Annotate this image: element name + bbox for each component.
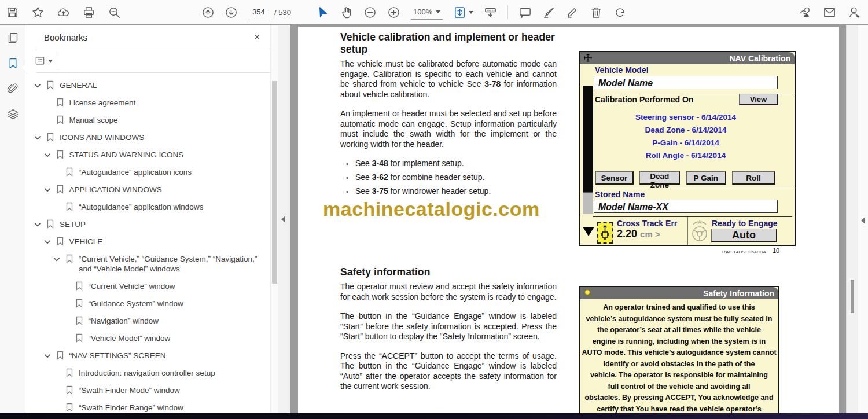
bottom-bar [0,413,868,419]
share-link-icon[interactable] [798,6,811,19]
bookmark-item[interactable]: APPLICATION WINDOWS [25,185,262,194]
bookmark-item[interactable]: GENERAL [25,80,262,90]
bookmark-icon [56,185,64,194]
bookmark-icon [56,150,64,159]
bookmark-item[interactable]: STATUS AND WARNING ICONS [25,150,262,160]
stored-name-field: Model Name-XX [594,200,778,213]
bookmark-item[interactable]: Introduction: navigation controller setu… [25,368,262,378]
calibration-button-sensor: Sensor [595,171,634,185]
comment-icon[interactable] [518,6,532,19]
document-scrollbar-thumb[interactable] [851,280,854,313]
bookmark-item-label: “Swath Finder Mode” window [79,385,180,395]
bookmark-item[interactable]: “Vehicle Model” window [25,333,262,343]
sidebar-scrollbar-thumb[interactable] [272,81,277,284]
safety-information-figure: Safety Information An operator trained a… [579,286,779,417]
page-total: / 530 [274,8,291,17]
chevron-down-icon[interactable] [53,255,61,263]
bookmark-item[interactable]: “Navigation” window [25,316,262,326]
bookmark-item[interactable]: License agreement [25,98,262,108]
panel-notch [22,64,26,72]
scroll-down-icon [583,227,594,236]
bookmarks-options-button[interactable] [35,54,59,68]
bookmark-item-label: “Navigation” window [89,316,159,326]
zoom-out-icon[interactable] [363,6,377,19]
figure-id: RAIL14DSP0648BA [722,249,766,255]
bookmark-item[interactable]: “Current Vehicle,” “Guidance System,” “N… [25,254,262,274]
sign-pen-icon[interactable] [566,6,579,19]
add-user-icon[interactable] [848,6,861,19]
bookmark-icon [65,202,73,211]
expand-right-panel-icon[interactable] [861,217,865,224]
bookmark-icon [46,133,54,142]
bookmark-icon [46,80,54,90]
calibration-button-dead-zone: Dead Zone [639,171,680,185]
zoom-in-icon[interactable] [387,6,400,19]
bookmark-item[interactable]: “Swath Finder Range” window [25,403,262,413]
bookmarks-panel-icon[interactable] [0,50,25,76]
previous-page-icon[interactable] [201,6,215,19]
bookmark-item[interactable]: ICONS AND WINDOWS [25,133,262,142]
chevron-down-icon[interactable] [43,238,52,246]
vehicle-model-label: Vehicle Model [595,65,649,75]
toolbar-ribbon-icon[interactable] [484,6,497,19]
safety-text-line: full control of the vehicle and avoiding… [580,381,778,393]
bookmark-item[interactable]: SETUP [25,219,262,229]
safety-text-line: obstacles. By pressing ACCEPT, You ackno… [580,392,778,404]
star-bookmark-icon[interactable] [31,6,45,19]
bookmark-item[interactable]: “Current Vehicle” window [25,281,262,291]
delete-trash-icon[interactable] [590,6,603,19]
highlighter-icon[interactable] [542,6,556,19]
email-icon[interactable] [823,6,836,19]
redo-icon[interactable] [613,6,627,19]
bookmark-icon [65,368,73,377]
bookmark-item[interactable]: Manual scope [25,115,262,125]
bookmark-item-label: GENERAL [60,80,97,90]
bookmark-icon [65,167,73,177]
bookmark-item-label: “Swath Finder Range” window [79,403,183,413]
save-icon[interactable] [6,6,19,19]
bookmark-item-label: “Current Vehicle” window [89,281,175,291]
cloud-upload-icon[interactable] [57,6,70,19]
auto-button: Auto [711,229,777,242]
divider [593,216,792,217]
chevron-down-icon[interactable] [43,186,52,194]
zoom-level-dropdown[interactable]: 100% [411,5,443,20]
close-icon[interactable]: ✕ [251,31,263,43]
print-icon[interactable] [82,6,95,19]
search-icon[interactable] [108,6,121,19]
bookmark-item[interactable]: VEHICLE [25,237,262,247]
calibration-date: Dead Zone - 6/14/2014 [594,124,778,137]
chevron-down-icon[interactable] [34,134,42,142]
chevron-down-icon[interactable] [43,352,52,360]
bookmark-item[interactable]: “Autoguidance” application icons [25,167,262,177]
fit-page-icon[interactable] [453,6,466,19]
chevron-down-icon[interactable] [34,220,42,229]
chevron-down-icon[interactable] [34,82,42,90]
document-scrollbar[interactable] [846,25,858,413]
page-number-input[interactable]: 354 [248,5,270,19]
toolbar-divider [507,5,508,19]
chevron-down-icon[interactable] [43,151,52,159]
stored-name-label: Stored Name [595,190,645,199]
divider [593,188,792,188]
select-tool-icon[interactable] [316,6,329,19]
bookmark-item[interactable]: “NAV SETTINGS” SCREEN [25,351,262,361]
hand-tool-icon[interactable] [340,6,353,19]
attachments-icon[interactable] [0,76,25,101]
collapse-sidebar-icon[interactable] [281,216,285,223]
bullet-dot: • [346,186,352,197]
safety-text-line: vehicle. The operator is responsible for… [580,370,778,381]
bookmark-item-label: “NAV SETTINGS” SCREEN [69,351,166,361]
sidebar-scrollbar[interactable] [270,25,278,413]
bookmark-item[interactable]: “Guidance System” window [25,299,262,308]
figure-scrollbar [583,86,593,244]
calibration-button-roll: Roll [732,171,775,185]
page-thumbnails-icon[interactable] [0,25,25,50]
bookmark-item[interactable]: “Autoguidance” application windows [25,202,262,212]
bookmark-icon [75,316,83,325]
next-page-icon[interactable] [225,6,238,19]
layers-icon[interactable] [0,101,25,127]
bookmark-item[interactable]: “Swath Finder Mode” window [25,385,262,395]
watermark: machinecatalogic.com [323,198,540,220]
bookmark-item-label: “Autoguidance” application windows [79,202,203,212]
